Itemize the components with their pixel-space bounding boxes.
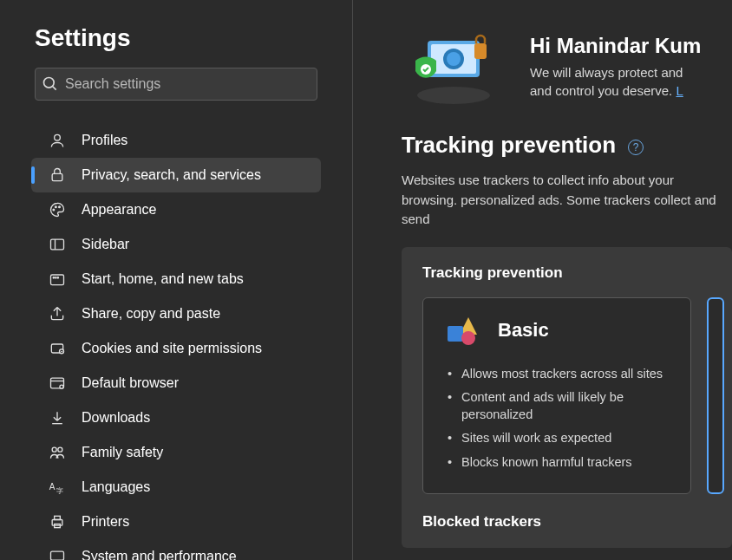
nav-label: Sidebar: [82, 237, 129, 252]
printer-icon: [49, 513, 66, 531]
nav-label: Appearance: [82, 202, 156, 218]
svg-point-0: [44, 78, 55, 88]
nav-label: Share, copy and paste: [82, 306, 220, 322]
profile-icon: [49, 132, 66, 149]
search-icon: [48, 75, 65, 93]
sidebar-item-appearance[interactable]: Appearance: [31, 192, 321, 227]
language-icon: A字: [49, 479, 66, 496]
svg-point-37: [461, 331, 475, 345]
share-icon: [49, 305, 66, 322]
nav-label: Languages: [82, 479, 150, 495]
tracking-level-basic[interactable]: Basic Allows most trackers across all si…: [422, 297, 691, 495]
sidebar-item-system[interactable]: System and performance: [31, 539, 321, 560]
nav-label: Start, home, and new tabs: [82, 271, 244, 287]
sidebar-item-start[interactable]: Start, home, and new tabs: [31, 262, 321, 296]
sidebar-item-printers[interactable]: Printers: [31, 505, 321, 539]
svg-point-17: [60, 385, 63, 388]
svg-text:字: 字: [56, 486, 63, 495]
svg-point-20: [58, 447, 62, 452]
greeting-line2: and control you deserve. L: [530, 81, 701, 100]
search-container[interactable]: [35, 68, 317, 101]
sidebar-item-downloads[interactable]: Downloads: [31, 400, 321, 435]
nav-label: Profiles: [82, 133, 127, 148]
browser-icon: [49, 374, 66, 392]
lock-icon: [49, 166, 66, 184]
sidebar-item-sidebar[interactable]: Sidebar: [31, 227, 321, 262]
svg-point-14: [60, 349, 64, 354]
svg-rect-36: [448, 326, 463, 342]
tracking-description: Websites use trackers to collect info ab…: [402, 171, 732, 230]
svg-line-1: [53, 87, 56, 90]
system-icon: [49, 548, 66, 560]
level-point: Content and ads will likely be personali…: [446, 386, 671, 427]
svg-point-12: [57, 277, 58, 278]
privacy-illustration: [402, 28, 506, 106]
greeting-title: Hi Manindar Kum: [530, 34, 701, 58]
settings-title: Settings: [35, 24, 317, 52]
tracking-heading-text: Tracking prevention: [402, 132, 616, 159]
tracking-card: Tracking prevention Basic Allows most tr…: [402, 247, 732, 549]
nav-label: System and performance: [82, 549, 237, 560]
main-content: Hi Manindar Kum We will always protect a…: [353, 0, 732, 560]
svg-rect-23: [52, 520, 62, 526]
nav-label: Default browser: [82, 375, 179, 391]
svg-point-6: [59, 206, 61, 208]
svg-point-29: [417, 87, 490, 104]
settings-sidebar: Settings Profiles Privacy, search, and s…: [0, 0, 353, 560]
svg-rect-33: [474, 43, 487, 59]
tabs-icon: [49, 270, 66, 288]
nav-label: Family safety: [82, 445, 163, 460]
info-icon[interactable]: ?: [628, 140, 644, 155]
blocked-trackers-heading: Blocked trackers: [422, 513, 711, 531]
greeting-line1: We will always protect and: [530, 63, 701, 81]
palette-icon: [49, 201, 66, 218]
svg-text:A: A: [49, 482, 56, 492]
level-point: Sites will work as expected: [446, 427, 671, 451]
sidebar-item-profiles[interactable]: Profiles: [31, 123, 321, 158]
svg-point-10: [53, 277, 54, 278]
sidebar-icon: [49, 236, 66, 253]
svg-rect-9: [51, 275, 64, 285]
greeting-link[interactable]: L: [676, 83, 683, 98]
nav-list: Profiles Privacy, search, and services A…: [0, 118, 352, 560]
family-icon: [49, 444, 66, 461]
basic-level-points: Allows most trackers across all sites Co…: [442, 362, 671, 475]
basic-level-icon: [442, 314, 482, 347]
basic-level-title: Basic: [498, 319, 549, 342]
svg-point-19: [52, 447, 56, 452]
svg-point-5: [56, 206, 57, 208]
sidebar-item-privacy[interactable]: Privacy, search, and services: [31, 158, 321, 192]
nav-label: Printers: [82, 514, 129, 530]
svg-point-2: [55, 134, 61, 140]
svg-rect-26: [51, 551, 64, 560]
nav-label: Privacy, search, and services: [82, 167, 261, 183]
nav-label: Downloads: [82, 410, 150, 426]
svg-rect-24: [55, 516, 61, 519]
greeting-section: Hi Manindar Kum We will always protect a…: [402, 28, 732, 106]
level-point: Blocks known harmful trackers: [446, 451, 671, 475]
tracking-heading: Tracking prevention ?: [402, 132, 732, 159]
svg-point-11: [56, 277, 56, 278]
tracking-level-selected[interactable]: [707, 297, 724, 495]
search-input[interactable]: [65, 76, 304, 92]
nav-label: Cookies and site permissions: [82, 341, 262, 356]
tracking-card-title: Tracking prevention: [422, 264, 711, 282]
svg-rect-7: [51, 239, 64, 250]
sidebar-item-share[interactable]: Share, copy and paste: [31, 296, 321, 331]
sidebar-item-default-browser[interactable]: Default browser: [31, 366, 321, 400]
sidebar-item-cookies[interactable]: Cookies and site permissions: [31, 331, 321, 366]
svg-rect-3: [52, 173, 62, 180]
sidebar-item-family[interactable]: Family safety: [31, 435, 321, 470]
cookie-icon: [49, 340, 66, 357]
download-icon: [49, 409, 66, 427]
level-point: Allows most trackers across all sites: [446, 362, 671, 387]
svg-point-4: [53, 209, 55, 211]
sidebar-item-languages[interactable]: A字 Languages: [31, 470, 321, 505]
